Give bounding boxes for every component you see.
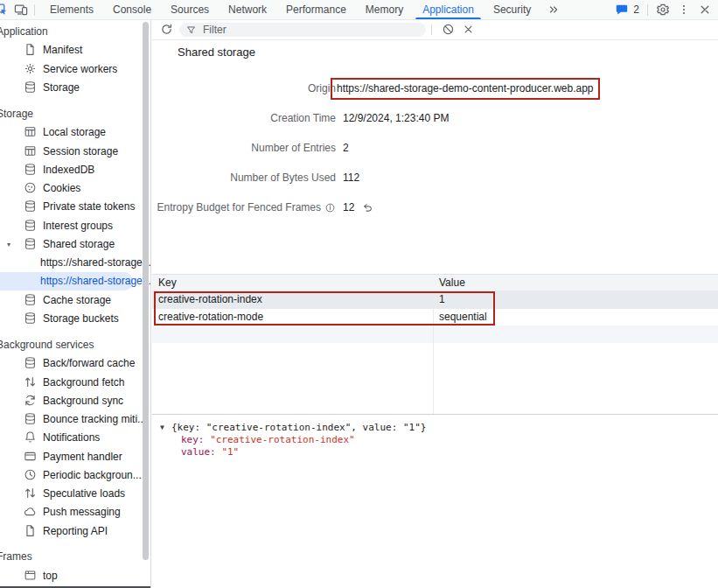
meta-label: Number of Bytes Used bbox=[152, 169, 336, 187]
grid-row-creative-rotation-index[interactable]: creative-rotation-index1 bbox=[152, 291, 718, 309]
grid-column-divider[interactable] bbox=[433, 291, 434, 415]
sidebar-item-https-shared-storage[interactable]: https://shared-storage... bbox=[0, 272, 133, 290]
database-icon bbox=[24, 312, 38, 326]
messages-bubble-icon[interactable] bbox=[615, 3, 629, 17]
messages-count: 2 bbox=[633, 4, 639, 16]
reset-budget-icon[interactable] bbox=[362, 202, 373, 214]
sidebar-item-local-storage[interactable]: Local storage bbox=[0, 123, 150, 142]
database-icon bbox=[24, 356, 38, 370]
sidebar-item-label: https://shared-storage... bbox=[40, 275, 151, 287]
sidebar-scrollbar[interactable] bbox=[143, 22, 149, 560]
sidebar-item-push-messaging[interactable]: Push messaging bbox=[0, 503, 150, 522]
sidebar-item-indexeddb[interactable]: IndexedDB bbox=[0, 160, 150, 178]
database-icon bbox=[24, 80, 38, 94]
database-icon bbox=[24, 293, 38, 307]
sidebar-item-speculative-loads[interactable]: Speculative loads bbox=[0, 485, 150, 503]
meta-value: https://shared-storage-demo-content-prod… bbox=[331, 78, 600, 100]
database-icon bbox=[24, 237, 38, 251]
meta-label-text: Number of Entries bbox=[251, 139, 336, 158]
frame-icon bbox=[24, 569, 38, 583]
tab-security[interactable]: Security bbox=[484, 0, 540, 19]
close-devtools-icon[interactable] bbox=[698, 3, 712, 17]
cloud-icon bbox=[24, 505, 38, 519]
more-tabs-icon[interactable] bbox=[540, 0, 567, 19]
clock-icon bbox=[24, 468, 38, 482]
tab-sources[interactable]: Sources bbox=[161, 0, 219, 19]
sidebar-item-back-forward-cache[interactable]: Back/forward cache bbox=[0, 354, 150, 373]
sidebar-item-storage[interactable]: Storage bbox=[0, 78, 150, 96]
tabbar-right-controls: 2 bbox=[615, 0, 718, 19]
sidebar-item-session-storage[interactable]: Session storage bbox=[0, 142, 150, 160]
sidebar-section-title: Application bbox=[0, 23, 150, 41]
preview-property-key: key: "creative-rotation-index" bbox=[152, 434, 718, 446]
meta-row-origin: Originhttps://shared-storage-demo-conten… bbox=[152, 80, 600, 98]
sidebar-item-https-shared-storage[interactable]: https://shared-storage... bbox=[0, 254, 150, 272]
sidebar-item-reporting-api[interactable]: Reporting API bbox=[0, 522, 150, 540]
tab-console[interactable]: Console bbox=[103, 0, 161, 19]
sidebar-item-periodic-backgroun[interactable]: Periodic backgroun... bbox=[0, 466, 150, 484]
sidebar-item-label: Cache storage bbox=[43, 294, 111, 306]
sidebar-item-storage-buckets[interactable]: Storage buckets bbox=[0, 309, 150, 327]
grid-column-header-key[interactable]: Key bbox=[152, 275, 433, 290]
panel-toolbar bbox=[152, 20, 718, 40]
page-title: Shared storage bbox=[178, 46, 255, 60]
sidebar-item-payment-handler[interactable]: Payment handler bbox=[0, 447, 150, 466]
sidebar-item-label: Push messaging bbox=[43, 506, 121, 518]
sidebar-section-application: ApplicationManifestService workersStorag… bbox=[0, 23, 150, 97]
refresh-icon[interactable] bbox=[160, 23, 173, 36]
tab-memory[interactable]: Memory bbox=[356, 0, 413, 19]
tab-elements[interactable]: Elements bbox=[40, 0, 103, 19]
tab-list: ElementsConsoleSourcesNetworkPerformance… bbox=[40, 0, 540, 19]
filter-box[interactable] bbox=[179, 23, 426, 37]
sidebar-item-top[interactable]: top bbox=[0, 567, 150, 585]
property-name: value: bbox=[181, 446, 216, 458]
collapse-triangle-icon[interactable]: ▼ bbox=[160, 422, 164, 434]
sidebar-item-background-fetch[interactable]: Background fetch bbox=[0, 373, 150, 391]
preview-property-value: value: "1" bbox=[152, 446, 718, 458]
device-toolbar-icon[interactable] bbox=[14, 3, 28, 17]
meta-label: Number of Entries bbox=[152, 139, 336, 158]
expander-triangle-icon[interactable]: ▾ bbox=[7, 240, 10, 248]
sidebar-item-cookies[interactable]: Cookies bbox=[0, 179, 150, 198]
preview-summary-text: {key: "creative-rotation-index", value: … bbox=[171, 422, 426, 433]
clear-all-icon[interactable] bbox=[442, 23, 455, 36]
sidebar-item-manifest[interactable]: Manifest bbox=[0, 41, 150, 60]
sidebar-item-label: top bbox=[43, 570, 58, 582]
meta-label: Entropy Budget for Fenced Frames bbox=[152, 199, 336, 217]
sidebar-section-title: Background services bbox=[0, 336, 150, 354]
arrows-up-down-icon bbox=[24, 486, 38, 500]
delete-icon[interactable] bbox=[462, 23, 475, 36]
settings-gear-icon[interactable] bbox=[656, 3, 670, 17]
sidebar-item-bounce-tracking-miti[interactable]: Bounce tracking miti... bbox=[0, 410, 150, 429]
tab-application[interactable]: Application bbox=[413, 0, 484, 19]
shared-storage-panel: Shared storage Originhttps://shared-stor… bbox=[152, 20, 718, 588]
property-value: "creative-rotation-index" bbox=[210, 434, 355, 445]
sidebar-item-notifications[interactable]: Notifications bbox=[0, 429, 150, 447]
database-icon bbox=[24, 412, 38, 426]
filter-input[interactable] bbox=[201, 23, 426, 37]
arrows-up-down-icon bbox=[24, 375, 38, 389]
tabbar-divider bbox=[34, 4, 35, 16]
meta-row-entropy-budget-for-fenced-frames: Entropy Budget for Fenced Frames12 bbox=[152, 199, 373, 217]
meta-row-number-of-bytes-used: Number of Bytes Used112 bbox=[152, 169, 359, 187]
meta-row-creation-time: Creation Time12/9/2024, 1:23:40 PM bbox=[152, 109, 449, 128]
tab-network[interactable]: Network bbox=[219, 0, 276, 19]
inspect-element-icon[interactable] bbox=[0, 3, 8, 17]
sidebar-item-label: Background fetch bbox=[43, 376, 124, 388]
sidebar-item-label: Payment handler bbox=[43, 451, 122, 463]
kebab-menu-icon[interactable] bbox=[678, 4, 690, 16]
sidebar-item-private-state-tokens[interactable]: Private state tokens bbox=[0, 198, 150, 216]
sidebar-item-shared-storage[interactable]: ▾Shared storage bbox=[0, 234, 150, 253]
grid-column-header-value[interactable]: Value bbox=[433, 275, 465, 290]
sidebar-item-label: Speculative loads bbox=[43, 487, 125, 500]
meta-value: 12 bbox=[343, 199, 354, 217]
meta-row-number-of-entries: Number of Entries2 bbox=[152, 139, 349, 158]
sidebar-item-background-sync[interactable]: Background sync bbox=[0, 391, 150, 410]
sidebar-item-service-workers[interactable]: Service workers bbox=[0, 60, 150, 78]
grid-row-creative-rotation-mode[interactable]: creative-rotation-modesequential bbox=[152, 309, 718, 326]
tab-performance[interactable]: Performance bbox=[276, 0, 356, 19]
grid-cell-value: sequential bbox=[433, 309, 487, 326]
sidebar-item-cache-storage[interactable]: Cache storage bbox=[0, 290, 150, 309]
sidebar-item-label: Storage buckets bbox=[43, 312, 119, 325]
sidebar-item-interest-groups[interactable]: Interest groups bbox=[0, 216, 150, 234]
